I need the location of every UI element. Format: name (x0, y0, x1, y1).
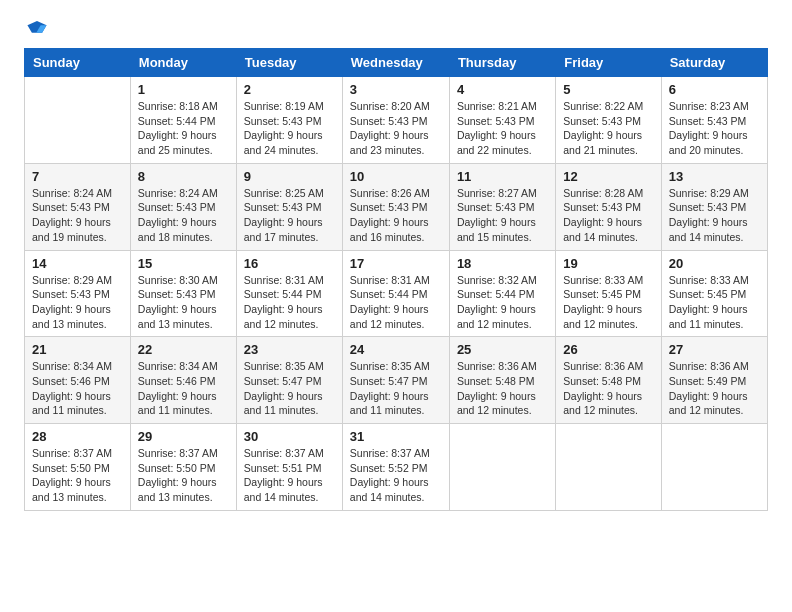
day-info-line: Sunset: 5:43 PM (32, 200, 123, 215)
day-info-line: Sunrise: 8:22 AM (563, 99, 653, 114)
day-info-line: Daylight: 9 hours (563, 302, 653, 317)
day-info-line: Sunrise: 8:36 AM (563, 359, 653, 374)
day-info-line: Sunset: 5:50 PM (32, 461, 123, 476)
day-info: Sunrise: 8:23 AMSunset: 5:43 PMDaylight:… (669, 99, 760, 158)
calendar-cell (661, 424, 767, 511)
day-info-line: Daylight: 9 hours (457, 389, 548, 404)
calendar-cell: 21Sunrise: 8:34 AMSunset: 5:46 PMDayligh… (25, 337, 131, 424)
day-number: 29 (138, 429, 229, 444)
day-number: 16 (244, 256, 335, 271)
day-info: Sunrise: 8:24 AMSunset: 5:43 PMDaylight:… (32, 186, 123, 245)
day-number: 18 (457, 256, 548, 271)
logo-icon (26, 18, 48, 40)
calendar-cell: 2Sunrise: 8:19 AMSunset: 5:43 PMDaylight… (236, 77, 342, 164)
day-info-line: Sunset: 5:43 PM (32, 287, 123, 302)
day-info-line: and 12 minutes. (457, 317, 548, 332)
day-number: 19 (563, 256, 653, 271)
day-info-line: and 14 minutes. (350, 490, 442, 505)
calendar-cell: 22Sunrise: 8:34 AMSunset: 5:46 PMDayligh… (130, 337, 236, 424)
day-info-line: Daylight: 9 hours (138, 302, 229, 317)
day-info-line: Sunrise: 8:34 AM (32, 359, 123, 374)
calendar-cell: 7Sunrise: 8:24 AMSunset: 5:43 PMDaylight… (25, 163, 131, 250)
day-info-line: Sunset: 5:44 PM (138, 114, 229, 129)
day-info-line: Sunrise: 8:21 AM (457, 99, 548, 114)
header-tuesday: Tuesday (236, 49, 342, 77)
header-monday: Monday (130, 49, 236, 77)
day-info-line: and 13 minutes. (32, 317, 123, 332)
calendar-cell: 27Sunrise: 8:36 AMSunset: 5:49 PMDayligh… (661, 337, 767, 424)
day-info-line: and 12 minutes. (563, 403, 653, 418)
header-saturday: Saturday (661, 49, 767, 77)
day-info-line: Daylight: 9 hours (32, 389, 123, 404)
calendar-cell (449, 424, 555, 511)
day-info-line: Sunrise: 8:31 AM (350, 273, 442, 288)
day-info-line: Daylight: 9 hours (669, 128, 760, 143)
day-info: Sunrise: 8:37 AMSunset: 5:51 PMDaylight:… (244, 446, 335, 505)
day-info-line: Sunrise: 8:37 AM (32, 446, 123, 461)
day-info-line: Sunrise: 8:25 AM (244, 186, 335, 201)
day-info-line: Sunset: 5:49 PM (669, 374, 760, 389)
day-info-line: and 12 minutes. (350, 317, 442, 332)
logo-block (24, 20, 48, 38)
header-friday: Friday (556, 49, 661, 77)
day-info-line: Daylight: 9 hours (457, 128, 548, 143)
day-info-line: Daylight: 9 hours (138, 128, 229, 143)
day-info-line: and 23 minutes. (350, 143, 442, 158)
day-number: 27 (669, 342, 760, 357)
day-info-line: and 22 minutes. (457, 143, 548, 158)
day-info-line: Daylight: 9 hours (350, 389, 442, 404)
day-info-line: Sunset: 5:44 PM (350, 287, 442, 302)
day-number: 7 (32, 169, 123, 184)
day-info-line: Sunset: 5:43 PM (244, 200, 335, 215)
day-info-line: Sunrise: 8:29 AM (32, 273, 123, 288)
day-info-line: Sunrise: 8:18 AM (138, 99, 229, 114)
day-info-line: and 25 minutes. (138, 143, 229, 158)
page-header (24, 20, 768, 38)
calendar-cell: 31Sunrise: 8:37 AMSunset: 5:52 PMDayligh… (342, 424, 449, 511)
day-info-line: Daylight: 9 hours (669, 389, 760, 404)
day-number: 25 (457, 342, 548, 357)
header-thursday: Thursday (449, 49, 555, 77)
day-info-line: Sunset: 5:51 PM (244, 461, 335, 476)
day-info-line: Daylight: 9 hours (32, 215, 123, 230)
calendar-cell: 3Sunrise: 8:20 AMSunset: 5:43 PMDaylight… (342, 77, 449, 164)
day-number: 23 (244, 342, 335, 357)
day-number: 10 (350, 169, 442, 184)
calendar-cell: 8Sunrise: 8:24 AMSunset: 5:43 PMDaylight… (130, 163, 236, 250)
day-info-line: Sunset: 5:43 PM (669, 200, 760, 215)
day-info-line: Sunrise: 8:36 AM (669, 359, 760, 374)
day-info-line: Sunrise: 8:35 AM (244, 359, 335, 374)
day-info-line: Daylight: 9 hours (457, 302, 548, 317)
day-info-line: Sunrise: 8:37 AM (138, 446, 229, 461)
day-info-line: Sunrise: 8:19 AM (244, 99, 335, 114)
calendar-week-5: 28Sunrise: 8:37 AMSunset: 5:50 PMDayligh… (25, 424, 768, 511)
day-info-line: and 14 minutes. (244, 490, 335, 505)
day-number: 13 (669, 169, 760, 184)
day-info-line: Sunset: 5:46 PM (32, 374, 123, 389)
day-info: Sunrise: 8:33 AMSunset: 5:45 PMDaylight:… (669, 273, 760, 332)
day-info: Sunrise: 8:32 AMSunset: 5:44 PMDaylight:… (457, 273, 548, 332)
day-number: 5 (563, 82, 653, 97)
calendar-cell: 26Sunrise: 8:36 AMSunset: 5:48 PMDayligh… (556, 337, 661, 424)
calendar-week-1: 1Sunrise: 8:18 AMSunset: 5:44 PMDaylight… (25, 77, 768, 164)
calendar-cell: 28Sunrise: 8:37 AMSunset: 5:50 PMDayligh… (25, 424, 131, 511)
day-info-line: Sunrise: 8:26 AM (350, 186, 442, 201)
day-info-line: Sunset: 5:47 PM (350, 374, 442, 389)
calendar-cell: 17Sunrise: 8:31 AMSunset: 5:44 PMDayligh… (342, 250, 449, 337)
day-info-line: Sunset: 5:43 PM (563, 114, 653, 129)
day-info-line: and 12 minutes. (563, 317, 653, 332)
day-number: 22 (138, 342, 229, 357)
day-info-line: Sunrise: 8:33 AM (563, 273, 653, 288)
day-info: Sunrise: 8:31 AMSunset: 5:44 PMDaylight:… (350, 273, 442, 332)
day-info-line: and 13 minutes. (138, 490, 229, 505)
day-info-line: and 11 minutes. (350, 403, 442, 418)
day-info: Sunrise: 8:29 AMSunset: 5:43 PMDaylight:… (669, 186, 760, 245)
day-info-line: Sunrise: 8:35 AM (350, 359, 442, 374)
day-info-line: Sunrise: 8:24 AM (138, 186, 229, 201)
day-info-line: Sunset: 5:43 PM (669, 114, 760, 129)
calendar-cell: 23Sunrise: 8:35 AMSunset: 5:47 PMDayligh… (236, 337, 342, 424)
day-info-line: Sunset: 5:44 PM (457, 287, 548, 302)
calendar-cell: 20Sunrise: 8:33 AMSunset: 5:45 PMDayligh… (661, 250, 767, 337)
day-info-line: Sunset: 5:43 PM (138, 200, 229, 215)
day-info-line: and 13 minutes. (138, 317, 229, 332)
